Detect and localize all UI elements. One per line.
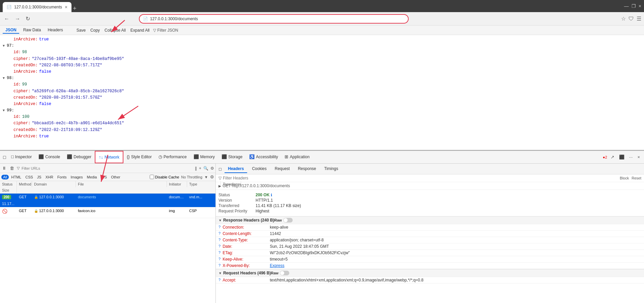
help-icon[interactable]: ? [218,278,221,282]
type-ws-button[interactable]: WS [99,175,109,179]
expand-icon[interactable]: ▶ [218,184,221,188]
raw-toggle-switch[interactable] [283,218,293,223]
type-images-button[interactable]: Images [69,175,84,179]
disable-cache-checkbox[interactable] [150,175,154,179]
reload-button[interactable]: ↻ [24,14,31,23]
toggle-dot [284,218,288,222]
devtools-toggle-button[interactable]: ◻ [1,154,8,160]
raw-toggle-switch-2[interactable] [280,271,289,275]
status-row-transferred: Transferred 11.41 KB (11.17 KB size) [218,203,641,208]
tab-close-button[interactable]: × [65,4,67,10]
menu-button[interactable]: ☰ [637,15,641,22]
memory-icon: ⬛ [194,154,199,159]
json-entry-99[interactable]: ▼ 99: [3,107,641,114]
response-headers-header[interactable]: ▼ Response Headers (240 B) Raw [216,216,644,224]
back-button[interactable]: ← [3,14,11,23]
devtools-tab-debugger[interactable]: ⬛ Debugger [63,151,95,163]
pause-button[interactable]: ⏸ [1,165,7,171]
details-tab-headers[interactable]: Headers [225,165,247,173]
json-tab-raw[interactable]: Raw Data [21,27,44,34]
json-key: id: [13,49,21,56]
browser-tab[interactable]: 📄 127.0.0.1:3000/documents × [3,2,71,12]
json-entry-97[interactable]: ▼ 97: [3,43,641,49]
devtools-tab-storage[interactable]: ⬛ Storage [218,151,246,163]
type-media-button[interactable]: Media [85,175,98,179]
raw-toggle[interactable]: Raw [274,218,293,223]
reset-label[interactable]: Reset [632,176,641,180]
type-fonts-button[interactable]: Fonts [56,175,68,179]
devtools-share-button[interactable]: ↗ [609,154,616,160]
header-row: ? Date: Sun, 21 Aug 2022 18:47:05 GMT [216,243,644,250]
type-xhr-button[interactable]: XHR [44,175,55,179]
details-tab-cookies[interactable]: Cookies [248,165,270,173]
json-tab-headers[interactable]: Headers [45,27,65,34]
devtools-more-button[interactable]: ··· [628,154,634,160]
maximize-button[interactable]: ❐ [632,3,636,9]
help-icon[interactable]: ? [218,238,221,242]
type-all-button[interactable]: All [1,175,9,179]
new-tab-button[interactable]: + [73,5,77,12]
devtools-tab-console[interactable]: ⬛ Console [35,151,63,163]
json-viewer: JSON Raw Data Headers Save Copy Collapse… [0,26,644,150]
type-css-button[interactable]: CSS [24,175,35,179]
collapse-all-button[interactable]: Collapse All [103,27,127,33]
settings-icon-2: ⚙ [210,174,214,179]
devtools-tab-inspector[interactable]: □ Inspector [8,151,35,163]
collapse-icon[interactable]: ▼ [3,76,5,81]
collapse-icon[interactable]: ▼ [3,43,5,49]
json-value: "bbcaad16-ee2c-4b7b-a901-e6d14a4dc651" [32,120,124,127]
devtools-tab-application[interactable]: ⊞ Application [281,151,313,163]
url-bar[interactable]: 📄 127.0.0.1:3000/documents [139,14,409,24]
inspector-icon: □ [11,154,14,159]
expand-all-button[interactable]: Expand All [129,27,151,33]
type-other-button[interactable]: Other [109,175,122,179]
filter-icon: ▽ [218,176,222,180]
json-tab-json[interactable]: JSON [3,27,19,34]
clear-button[interactable]: 🗑 [9,165,15,171]
devtools-tab-memory[interactable]: ⬛ Memory [190,151,218,163]
request-details: ◻ Headers Cookies Request Response Timin… [216,164,644,303]
shield-button[interactable]: 🛡 [628,16,634,22]
minimize-button[interactable]: — [624,3,629,9]
info-icon[interactable]: ℹ [271,193,272,197]
header-row: ? Content-Length: 11442 [216,231,644,237]
type-js-button[interactable]: JS [35,175,43,179]
close-button[interactable]: × [639,3,641,9]
devtools-close-button[interactable]: × [636,154,641,160]
filter-urls-input[interactable] [22,166,49,170]
table-row[interactable]: 🚫 GET 🔒 127.0.0.1:3000 favicon.ico img C… [0,207,215,218]
response-headers-section: ▼ Response Headers (240 B) Raw ? [216,216,644,269]
json-value: 99 [22,81,27,88]
bookmark-button[interactable]: ☆ [621,15,626,22]
request-table-header: Status Method Domain File Initiator Type… [0,181,215,194]
help-icon[interactable]: ? [218,263,221,267]
details-tab-timings[interactable]: Timings [321,165,342,173]
help-icon[interactable]: ? [218,225,221,229]
version-value: HTTP/1.1 [256,198,273,203]
request-headers-header[interactable]: ▼ Request Headers (496 B) Raw [216,269,644,277]
save-button[interactable]: Save [75,27,87,33]
details-tab-request[interactable]: Request [271,165,293,173]
json-entry-98[interactable]: ▼ 98: [3,75,641,81]
devtools-tab-performance[interactable]: ◷ Performance [155,151,190,163]
devtools-tab-accessibility[interactable]: ♿ Accessibility [246,151,281,163]
collapse-icon[interactable]: ▼ [3,108,5,113]
forward-button[interactable]: → [13,14,22,23]
details-tab-response[interactable]: Response [294,165,319,173]
copy-button[interactable]: Copy [89,27,101,33]
header-row: ? Content-Type: application/json; charse… [216,237,644,243]
table-row[interactable]: 200 GET 🔒 127.0.0.1:3000 documents docum… [0,194,215,207]
filter-headers-input[interactable] [223,176,618,180]
json-value: true [39,36,49,43]
raw-toggle-2[interactable]: Raw [271,271,289,275]
devtools-tab-style[interactable]: {} Style Editor [123,151,155,163]
block-label[interactable]: Block [620,176,629,180]
help-icon[interactable]: ? [218,257,221,261]
devtools-tab-network[interactable]: ↑↓ Network [95,151,123,163]
help-icon[interactable]: ? [218,244,221,248]
type-html-button[interactable]: HTML [9,175,23,179]
help-icon[interactable]: ? [218,250,221,255]
devtools-dock-button[interactable]: ⬛ [618,154,626,160]
json-id-line: id: 98 [13,49,641,56]
help-icon[interactable]: ? [218,231,221,235]
